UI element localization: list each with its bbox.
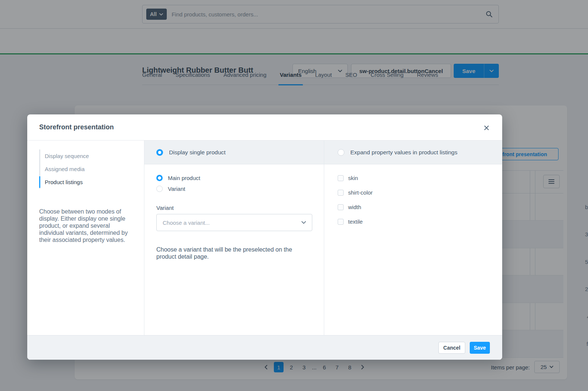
close-icon[interactable]	[482, 123, 491, 132]
storefront-presentation-modal: Storefront presentation Display sequence…	[27, 114, 502, 360]
list-item: textile	[338, 218, 502, 225]
variant-helper-text: Choose a variant that will be the presel…	[156, 246, 306, 260]
sidebar-item-product-listings[interactable]: Product listings	[40, 176, 144, 189]
modal-nav: Display sequence Assigned media Product …	[39, 149, 144, 189]
property-checkbox-skin[interactable]	[338, 175, 344, 181]
single-product-panel: Display single product Main product Vari…	[144, 141, 324, 335]
modal-description: Choose between two modes of display. Eit…	[39, 208, 134, 243]
expand-property-values-label: Expand property values in product listin…	[350, 149, 457, 156]
chevron-down-icon	[301, 221, 306, 224]
main-product-radio[interactable]	[156, 175, 163, 181]
expand-mode-row: Expand property values in product listin…	[324, 141, 502, 164]
single-product-mode-row: Display single product	[144, 141, 324, 164]
modal-sidebar: Display sequence Assigned media Product …	[27, 141, 144, 335]
property-label: skin	[348, 175, 358, 181]
property-checkbox-shirt-color[interactable]	[338, 190, 344, 196]
variant-radio[interactable]	[156, 186, 163, 192]
variant-select-placeholder: Choose a variant...	[163, 220, 210, 226]
list-item: skin	[338, 175, 502, 181]
modal-header: Storefront presentation	[27, 114, 502, 141]
display-single-product-radio[interactable]	[156, 149, 163, 156]
expand-property-values-radio[interactable]	[338, 149, 344, 156]
variant-option: Variant	[156, 186, 312, 192]
main-product-label: Main product	[168, 175, 200, 181]
list-item: width	[338, 204, 502, 210]
property-checkbox-width[interactable]	[338, 204, 344, 210]
modal-body: Display sequence Assigned media Product …	[27, 141, 502, 335]
property-label: shirt-color	[348, 189, 373, 196]
sidebar-item-assigned-media[interactable]: Assigned media	[40, 163, 144, 176]
property-label: textile	[348, 218, 363, 225]
variant-select[interactable]: Choose a variant...	[156, 214, 312, 231]
variant-option-label: Variant	[168, 186, 185, 192]
sidebar-item-display-sequence[interactable]: Display sequence	[40, 149, 144, 163]
modal-title: Storefront presentation	[39, 123, 114, 131]
property-checkbox-list: skin shirt-color width textile	[324, 164, 502, 225]
modal-save-button[interactable]: Save	[470, 342, 490, 354]
main-product-option: Main product	[156, 175, 312, 181]
expand-properties-panel: Expand property values in product listin…	[324, 141, 502, 335]
modal-cancel-button[interactable]: Cancel	[438, 342, 465, 354]
list-item: shirt-color	[338, 189, 502, 196]
modal-footer: Cancel Save	[27, 335, 502, 360]
display-single-product-label: Display single product	[169, 149, 226, 156]
property-label: width	[348, 204, 361, 210]
property-checkbox-textile[interactable]	[338, 219, 344, 225]
variant-field-label: Variant	[156, 205, 312, 211]
